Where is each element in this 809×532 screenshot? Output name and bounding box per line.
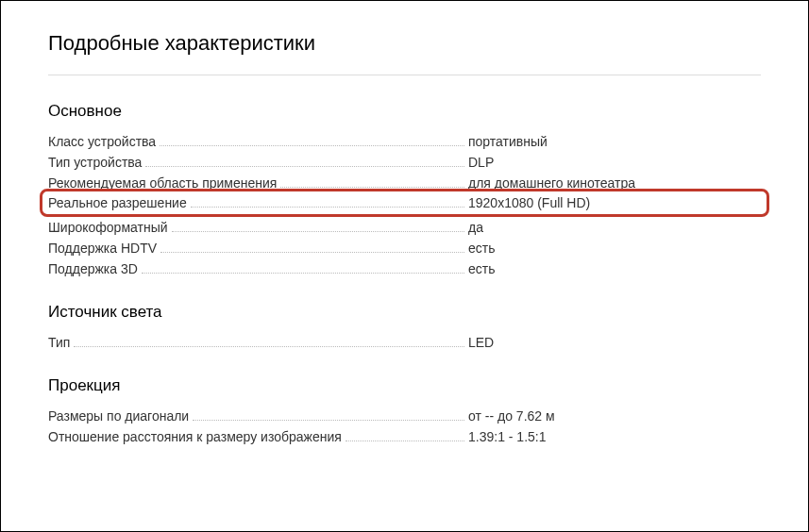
spec-label: Отношение расстояния к размеру изображен…: [48, 429, 342, 444]
spec-label: Размеры по диагонали: [48, 408, 189, 424]
section-title-light: Источник света: [48, 303, 761, 322]
spec-label: Поддержка HDTV: [48, 241, 157, 256]
spec-value: есть: [468, 241, 761, 256]
spec-label: Широкоформатный: [48, 220, 168, 235]
spec-dots: [142, 273, 464, 274]
spec-row: Отношение расстояния к размеру изображен…: [48, 429, 761, 444]
spec-row: Поддержка HDTV есть: [48, 241, 761, 256]
spec-value: 1920x1080 (Full HD): [468, 195, 761, 210]
spec-value: есть: [468, 261, 761, 276]
spec-value: портативный: [468, 134, 761, 149]
specs-container: Подробные характеристики Основное Класс …: [1, 1, 808, 490]
spec-value: DLP: [468, 155, 761, 170]
spec-row: Широкоформатный да: [48, 220, 761, 235]
section-projection: Проекция Размеры по диагонали от -- до 7…: [48, 376, 761, 444]
spec-value: да: [468, 220, 761, 235]
section-title-projection: Проекция: [48, 376, 761, 395]
spec-value: для домашнего кинотеатра: [468, 175, 761, 189]
spec-label: Класс устройства: [48, 134, 156, 149]
spec-dots: [346, 441, 464, 441]
highlight-box: Реальное разрешение 1920x1080 (Full HD): [40, 189, 769, 217]
spec-dots: [193, 420, 464, 421]
spec-value: 1.39:1 - 1.5:1: [468, 429, 761, 444]
spec-dots: [74, 346, 464, 347]
spec-label: Тип устройства: [48, 155, 142, 170]
page-title: Подробные характеристики: [48, 31, 761, 56]
spec-dots: [145, 166, 464, 167]
spec-row: Поддержка 3D есть: [48, 261, 761, 276]
spec-row: Рекомендуемая область применения для дом…: [48, 175, 761, 189]
spec-row: Тип устройства DLP: [48, 155, 761, 170]
spec-dots: [191, 207, 464, 208]
spec-row: Размеры по диагонали от -- до 7.62 м: [48, 408, 761, 424]
spec-row: Тип LED: [48, 335, 761, 350]
section-title-main: Основное: [48, 102, 761, 121]
spec-dots: [160, 145, 464, 146]
spec-value: LED: [468, 335, 761, 350]
spec-label: Тип: [48, 335, 70, 350]
spec-label: Поддержка 3D: [48, 261, 138, 276]
spec-value: от -- до 7.62 м: [468, 408, 761, 424]
section-main: Основное Класс устройства портативный Ти…: [48, 102, 761, 276]
spec-row-highlighted: Реальное разрешение 1920x1080 (Full HD): [48, 195, 761, 210]
spec-dots: [280, 187, 464, 188]
spec-label: Рекомендуемая область применения: [48, 175, 277, 189]
spec-label: Реальное разрешение: [48, 195, 187, 210]
divider: [48, 75, 761, 75]
spec-row: Класс устройства портативный: [48, 134, 761, 149]
spec-dots: [172, 231, 464, 232]
spec-dots: [160, 252, 464, 253]
section-light-source: Источник света Тип LED: [48, 303, 761, 350]
